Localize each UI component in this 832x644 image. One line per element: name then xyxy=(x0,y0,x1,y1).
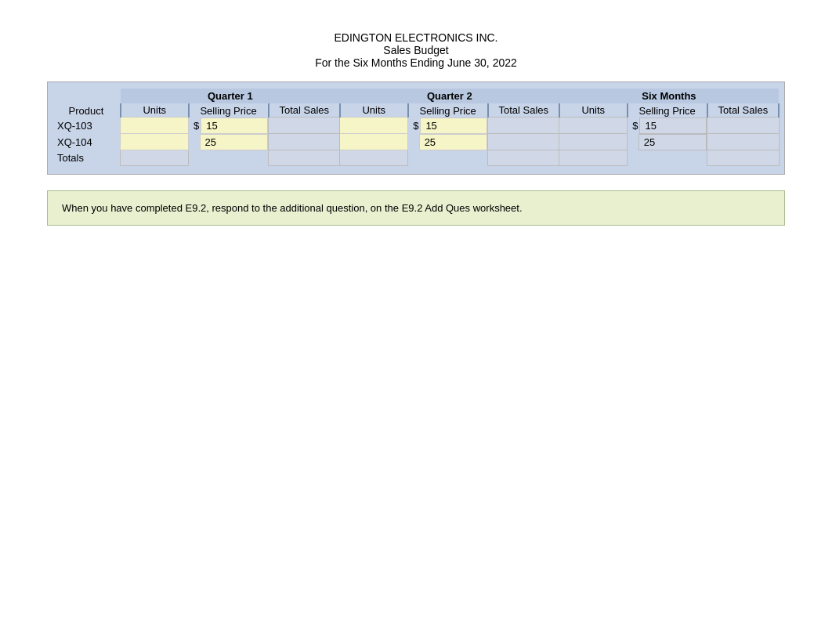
report-title: Sales Budget xyxy=(47,44,785,56)
q1-dollar-xq103: $ xyxy=(189,118,201,133)
q1-units-total xyxy=(121,150,189,166)
q2-sp-xq104[interactable]: 25 xyxy=(419,134,487,150)
sm-ts-total xyxy=(707,150,779,166)
q1-sp-xq103[interactable]: 15 xyxy=(201,118,268,133)
q2-units-xq104[interactable] xyxy=(340,134,408,150)
q2-dollar-xq103: $ xyxy=(408,118,421,133)
sm-ts-xq104 xyxy=(707,134,779,150)
sm-sp-xq104: 25 xyxy=(638,134,707,150)
q1-ts-xq103 xyxy=(269,118,340,134)
q1-units-xq103[interactable] xyxy=(121,118,189,134)
q1-ts-header: Total Sales xyxy=(269,103,340,118)
note-box: When you have completed E9.2, respond to… xyxy=(47,190,785,226)
sm-units-total xyxy=(559,150,628,166)
q2-ts-xq104 xyxy=(488,134,559,150)
q2-ts-header: Total Sales xyxy=(488,103,559,118)
table-row: XQ-103 $ 15 $ 15 xyxy=(52,118,779,134)
q1-header: Quarter 1 xyxy=(121,89,340,103)
budget-table-container: Quarter 1 Quarter 2 Six Months Product U… xyxy=(47,81,785,175)
q2-units-header: Units xyxy=(340,103,408,118)
q2-units-total xyxy=(340,150,408,166)
sm-ts-header: Total Sales xyxy=(707,103,779,118)
q1-units-xq104[interactable] xyxy=(121,134,189,150)
sm-ts-xq103 xyxy=(707,118,779,134)
page: EDINGTON ELECTRONICS INC. Sales Budget F… xyxy=(0,0,832,644)
q2-sp-xq103[interactable]: 15 xyxy=(421,118,487,133)
sm-units-xq103 xyxy=(559,118,628,134)
totals-label: Totals xyxy=(52,150,121,166)
table-row: XQ-104 25 25 xyxy=(52,134,779,150)
q2-ts-xq103 xyxy=(488,118,559,134)
sm-sp-header: Selling Price xyxy=(628,103,707,118)
report-header: EDINGTON ELECTRONICS INC. Sales Budget F… xyxy=(47,31,785,69)
product-label-xq104: XQ-104 xyxy=(52,134,121,150)
sm-sp-xq103: 15 xyxy=(640,118,707,133)
q2-units-xq103[interactable] xyxy=(340,118,408,134)
q2-sp-header: Selling Price xyxy=(408,103,488,118)
product-col-header: Product xyxy=(52,103,121,118)
col-header-row: Product Units Selling Price Total Sales … xyxy=(52,103,779,118)
sm-dollar-xq103: $ xyxy=(628,118,640,133)
product-label-xq103: XQ-103 xyxy=(52,118,121,134)
company-name: EDINGTON ELECTRONICS INC. xyxy=(47,31,785,44)
budget-table: Quarter 1 Quarter 2 Six Months Product U… xyxy=(52,89,780,166)
note-text: When you have completed E9.2, respond to… xyxy=(62,202,523,214)
q2-header: Quarter 2 xyxy=(340,89,559,103)
q1-sp-xq104[interactable]: 25 xyxy=(200,134,268,150)
section-header-row: Quarter 1 Quarter 2 Six Months xyxy=(52,89,779,103)
sm-units-xq104 xyxy=(559,134,628,150)
sm-header: Six Months xyxy=(559,89,779,103)
q1-ts-xq104 xyxy=(269,134,340,150)
q1-ts-total xyxy=(269,150,340,166)
totals-row: Totals xyxy=(52,150,779,166)
q2-ts-total xyxy=(488,150,559,166)
report-period: For the Six Months Ending June 30, 2022 xyxy=(47,56,785,69)
q1-sp-header: Selling Price xyxy=(189,103,269,118)
sm-units-header: Units xyxy=(559,103,628,118)
q1-units-header: Units xyxy=(121,103,189,118)
blank-cell xyxy=(52,89,121,103)
